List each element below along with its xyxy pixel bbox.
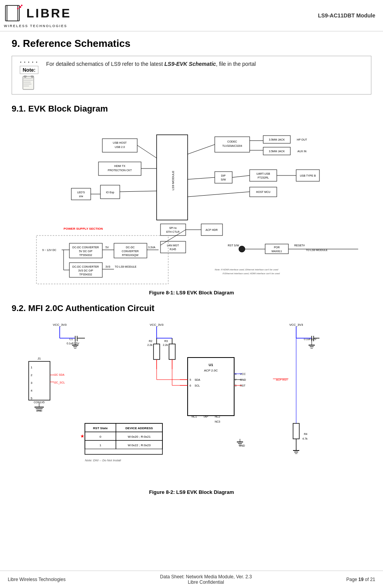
svg-rect-137 <box>154 344 160 359</box>
svg-text:POWER SUPPLY SECTION: POWER SUPPLY SECTION <box>64 227 103 230</box>
logo-box: LIBRE <box>4 3 71 23</box>
svg-text:CONVERTER: CONVERTER <box>122 250 139 253</box>
svg-text:3V3 DC O/P: 3V3 DC O/P <box>78 269 93 272</box>
footer-page-total: of 21 <box>364 577 375 582</box>
svg-rect-9 <box>24 84 31 84</box>
svg-text:GND: GND <box>239 444 245 447</box>
svg-text:W:0x20 ; R:0x21: W:0x20 ; R:0x21 <box>128 435 151 438</box>
logo-libre-text: LIBRE <box>26 6 71 21</box>
svg-point-4 <box>21 5 22 6</box>
svg-text:TLV320AIC3204: TLV320AIC3204 <box>222 144 242 147</box>
note-label-area: • • • • • Note: <box>17 60 41 90</box>
page-footer: Libre Wireless Technologies Data Sheet: … <box>0 571 383 588</box>
mfi-auth-diagram: VCC_3V3 C1 0.1uF/15V J1 1 2 <box>25 319 358 485</box>
svg-text:ACP 2.0C: ACP 2.0C <box>204 369 218 372</box>
subsection-91-title: EVK Block Diagram <box>28 104 108 113</box>
svg-text:J1: J1 <box>38 357 41 360</box>
svg-rect-186 <box>293 423 299 439</box>
svg-rect-56 <box>160 224 186 236</box>
svg-text:R4: R4 <box>304 433 307 435</box>
subsection-92: 9.2. MFI 2.0C Authentication Circuit VCC… <box>12 303 371 495</box>
svg-line-29 <box>120 191 157 192</box>
svg-point-3 <box>19 6 21 8</box>
svg-text:RESET#: RESET# <box>294 244 305 247</box>
svg-text:ACP HDR: ACP HDR <box>205 229 217 231</box>
logo-subtitle-text: WIRELESS TECHNOLOGIES <box>4 24 71 28</box>
note-box: • • • • • Note: For detailed schematics … <box>12 56 371 95</box>
figure-1-caption: Figure 8-1: LS9 EVK Block Diagram <box>149 290 234 296</box>
svg-text:2.2k: 2.2k <box>147 344 153 346</box>
svg-text:5: 5 <box>190 378 191 381</box>
svg-text:MAX811: MAX811 <box>272 250 282 253</box>
svg-text:s/w: s/w <box>79 195 83 198</box>
svg-text:NC3: NC3 <box>215 420 220 423</box>
svg-text:3: 3 <box>31 381 33 385</box>
svg-text:LAN MGT: LAN MGT <box>167 244 179 247</box>
svg-text:S/W: S/W <box>221 178 226 181</box>
svg-text:UART-USB: UART-USB <box>256 172 270 175</box>
svg-text:USB HOST: USB HOST <box>113 141 127 144</box>
note-text-bold: LS9-EVK Schematic <box>164 61 216 67</box>
svg-text:TPS54332: TPS54332 <box>79 254 92 256</box>
svg-text:R2: R2 <box>149 340 152 342</box>
svg-text:TPS54332: TPS54332 <box>79 273 92 276</box>
svg-rect-7 <box>24 80 33 81</box>
svg-rect-6 <box>24 78 33 79</box>
svg-text:LS9 MODULE: LS9 MODULE <box>171 171 175 191</box>
footer-center-line1: Data Sheet: Network Media Module, Ver. 2… <box>160 574 252 579</box>
svg-rect-10 <box>24 86 29 86</box>
figure-2-caption: Figure 8-2: LS9 EVK Block Diagram <box>149 489 234 495</box>
svg-text:1: 1 <box>100 444 102 447</box>
svg-text:FT232RL: FT232RL <box>257 176 269 179</box>
svg-text:1: 1 <box>31 366 33 369</box>
footer-page-prefix: Page <box>346 577 358 582</box>
svg-text:USB 2.0: USB 2.0 <box>115 146 125 148</box>
svg-text:9 ~ 12V DC: 9 ~ 12V DC <box>42 249 56 251</box>
svg-text:5: 5 <box>31 397 33 400</box>
svg-text:SCL: SCL <box>195 384 200 387</box>
svg-text:Note: If HDMI interface used, : Note: If HDMI interface used, Ethernet i… <box>215 268 278 271</box>
svg-point-11 <box>24 76 26 77</box>
svg-text:GND: GND <box>36 409 42 412</box>
svg-text:POR: POR <box>274 246 279 249</box>
svg-text:3.3VA: 3.3VA <box>148 246 155 249</box>
svg-text:HOST MCU: HOST MCU <box>256 191 270 193</box>
svg-line-33 <box>188 144 215 154</box>
svg-rect-23 <box>71 188 91 200</box>
note-text-plain: For detailed schematics of LS9 refer to … <box>46 61 164 67</box>
section-title: Reference Schematics <box>23 38 130 49</box>
svg-text:5V: 5V <box>105 246 109 249</box>
svg-text:2: 2 <box>31 373 33 377</box>
subsection-92-title: MFI 2.0C Authentication Circuit <box>28 303 155 313</box>
svg-text:DC-DC CONVERTER: DC-DC CONVERTER <box>72 246 99 249</box>
svg-text:NC2: NC2 <box>215 415 220 418</box>
svg-text:2.2k: 2.2k <box>163 344 168 346</box>
svg-text:TAP: TAP <box>203 415 208 418</box>
svg-text:★: ★ <box>80 433 85 439</box>
document-title: LS9-AC11DBT Module <box>318 12 375 19</box>
svg-text:6: 6 <box>190 384 191 387</box>
svg-text:NC1: NC1 <box>192 415 197 418</box>
footer-left: Libre Wireless Technologies <box>8 577 66 582</box>
svg-text:CON1X5: CON1X5 <box>34 401 45 404</box>
svg-rect-8 <box>24 82 31 83</box>
evk-block-diagram: LS9 MODULE USB HOST USB 2.0 HDMI TX PROT… <box>25 119 358 286</box>
svg-text:W:0x22 ; R:0x23: W:0x22 ; R:0x23 <box>128 444 151 447</box>
section-heading: 9. Reference Schematics <box>12 38 371 50</box>
svg-text:3.5MM JACK: 3.5MM JACK <box>269 150 285 153</box>
svg-text:DC-DC CONVERTER: DC-DC CONVERTER <box>72 265 99 268</box>
svg-text:DEVICE ADDRESS: DEVICE ADDRESS <box>126 426 153 430</box>
svg-point-2 <box>17 8 19 9</box>
svg-text:HP OUT: HP OUT <box>297 138 307 141</box>
svg-line-55 <box>188 192 250 197</box>
svg-text:RJ45: RJ45 <box>170 248 176 251</box>
svg-text:4: 4 <box>31 389 33 392</box>
svg-rect-142 <box>169 344 175 359</box>
svg-text:3.5MM JACK: 3.5MM JACK <box>269 138 285 141</box>
svg-text:IO Exp: IO Exp <box>106 191 114 194</box>
main-content: 9. Reference Schematics • • • • • Note: … <box>0 31 383 511</box>
svg-line-49 <box>232 175 250 177</box>
svg-text:3V3: 3V3 <box>105 265 110 268</box>
logo-icon <box>4 3 24 23</box>
svg-text:HDMI TX: HDMI TX <box>114 165 126 167</box>
